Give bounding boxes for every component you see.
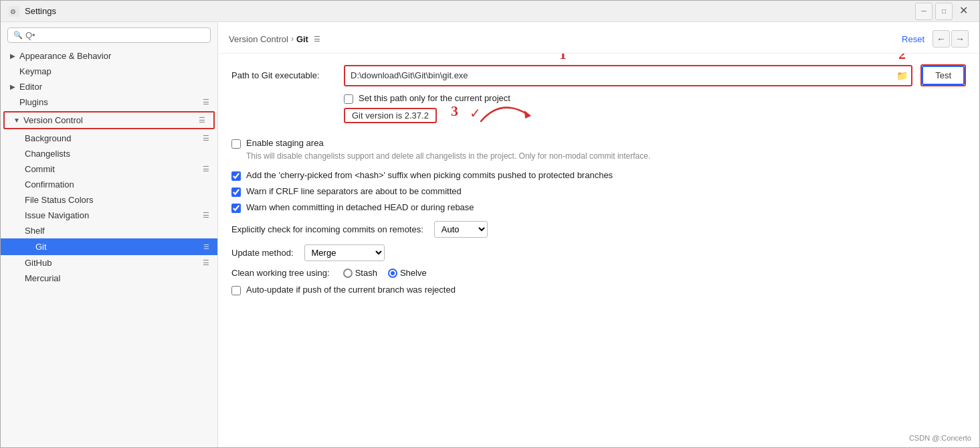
page-icon: ☰ xyxy=(203,134,209,143)
path-label: Path to Git executable: xyxy=(231,70,338,80)
page-icon: ☰ xyxy=(203,243,209,250)
radio-filled-icon xyxy=(388,269,397,278)
clean-tree-row: Clean working tree using: Stash Shelve xyxy=(231,268,966,278)
incoming-commits-row: Explicitly check for incoming commits on… xyxy=(231,221,966,238)
sidebar-item-keymap[interactable]: Keymap xyxy=(1,64,217,79)
sidebar-label: Commit xyxy=(25,164,55,174)
breadcrumb-parent: Version Control xyxy=(229,34,288,44)
auto-update-row: Auto-update if push of the current branc… xyxy=(231,285,966,295)
enable-staging-row: Enable staging area xyxy=(231,138,966,149)
set-path-row: Set this path only for the current proje… xyxy=(344,93,966,104)
auto-update-checkbox[interactable] xyxy=(231,286,241,295)
sidebar-label: Appearance & Behavior xyxy=(19,51,111,61)
sidebar-item-plugins[interactable]: Plugins ☰ xyxy=(1,94,217,110)
sidebar-label: Plugins xyxy=(19,97,48,107)
breadcrumb-current: Git xyxy=(296,34,308,44)
app-icon: ⚙ xyxy=(9,6,19,17)
update-method-select[interactable]: Merge Rebase Branch Default xyxy=(304,244,385,261)
sidebar: 🔍 ▶ Appearance & Behavior Keymap ▶ Edit xyxy=(1,22,218,447)
sidebar-item-appearance[interactable]: ▶ Appearance & Behavior xyxy=(1,48,217,64)
enable-staging-checkbox[interactable] xyxy=(231,139,241,149)
back-button[interactable]: ← xyxy=(933,30,950,48)
sidebar-item-changelists[interactable]: Changelists xyxy=(1,146,217,161)
sidebar-item-commit[interactable]: Commit ☰ xyxy=(1,161,217,177)
crlf-label: Warn if CRLF line separators are about t… xyxy=(246,186,462,196)
search-input[interactable] xyxy=(25,30,205,40)
cherry-pick-label: Add the 'cherry-picked from <hash>' suff… xyxy=(246,170,613,180)
incoming-commits-select[interactable]: Auto Always Never xyxy=(434,221,488,238)
sidebar-label: GitHub xyxy=(25,258,52,268)
sidebar-label: Shelf xyxy=(25,226,45,236)
radio-stash[interactable]: Stash xyxy=(343,268,377,278)
arrow-sketch xyxy=(474,94,555,128)
nav-tree: ▶ Appearance & Behavior Keymap ▶ Editor … xyxy=(1,48,217,447)
page-icon: ☰ xyxy=(203,258,209,267)
expand-icon: ▶ xyxy=(9,52,17,60)
sidebar-label: Mercurial xyxy=(25,273,60,283)
expand-icon: ▶ xyxy=(9,83,17,90)
sidebar-item-confirmation[interactable]: Confirmation xyxy=(1,177,217,192)
minimize-button[interactable]: ─ xyxy=(915,3,933,20)
git-version-text: Git version is 2.37.2 xyxy=(352,110,429,121)
sidebar-label: Confirmation xyxy=(25,179,74,190)
window-title: Settings xyxy=(25,6,56,16)
sidebar-label: Git xyxy=(35,242,47,252)
sidebar-label: Issue Navigation xyxy=(25,210,89,220)
page-icon: ☰ xyxy=(199,116,205,125)
detached-head-row: Warn when committing in detached HEAD or… xyxy=(231,202,966,213)
sidebar-item-editor[interactable]: ▶ Editor xyxy=(1,79,217,94)
update-method-row: Update method: Merge Rebase Branch Defau… xyxy=(231,244,966,261)
folder-button[interactable]: 📁 xyxy=(892,66,911,85)
test-button[interactable]: Test xyxy=(922,66,965,85)
clean-tree-label: Clean working tree using: xyxy=(231,268,330,278)
svg-text:⚙: ⚙ xyxy=(10,8,16,15)
update-method-label: Update method: xyxy=(231,248,294,258)
page-icon: ☰ xyxy=(203,211,209,220)
sidebar-label: Background xyxy=(25,133,71,143)
enable-staging-label: Enable staging area xyxy=(246,138,324,148)
page-icon: ☰ xyxy=(203,165,209,173)
sidebar-item-issue-navigation[interactable]: Issue Navigation ☰ xyxy=(1,208,217,223)
git-version-badge: Git version is 2.37.2 xyxy=(344,108,437,123)
search-icon: 🔍 xyxy=(13,31,23,40)
radio-shelve[interactable]: Shelve xyxy=(388,268,427,278)
nav-arrows: ← → xyxy=(933,30,969,48)
detached-head-checkbox[interactable] xyxy=(231,204,241,213)
sidebar-item-background[interactable]: Background ☰ xyxy=(1,131,217,146)
crlf-row: Warn if CRLF line separators are about t… xyxy=(231,186,966,197)
content-body: Path to Git executable: 📁 Test 1 2 xyxy=(218,54,979,447)
detached-head-label: Warn when committing in detached HEAD or… xyxy=(246,202,474,212)
sidebar-item-version-control[interactable]: ▼ Version Control ☰ xyxy=(5,113,213,128)
sidebar-item-github[interactable]: GitHub ☰ xyxy=(1,255,217,271)
sidebar-item-shelf[interactable]: Shelf xyxy=(1,223,217,238)
breadcrumb-separator: › xyxy=(291,34,294,44)
annotation-2: 2 xyxy=(898,54,906,63)
watermark: CSDN @:Concerto xyxy=(909,434,971,442)
maximize-button[interactable]: □ xyxy=(935,3,953,20)
forward-button[interactable]: → xyxy=(951,30,969,48)
page-icon: ☰ xyxy=(203,98,209,106)
crlf-checkbox[interactable] xyxy=(231,188,241,197)
sidebar-label: Editor xyxy=(19,82,42,92)
git-version-row: Git version is 2.37.2 3 ✓ xyxy=(344,108,966,130)
set-path-checkbox[interactable] xyxy=(344,94,353,104)
close-button[interactable]: ✕ xyxy=(955,3,971,19)
reset-link[interactable]: Reset xyxy=(902,34,924,44)
titlebar: ⚙ Settings ─ □ ✕ xyxy=(1,1,979,22)
expand-icon: ▼ xyxy=(13,117,21,124)
sidebar-item-file-status-colors[interactable]: File Status Colors xyxy=(1,192,217,208)
radio-shelve-label: Shelve xyxy=(400,268,427,278)
path-input[interactable] xyxy=(345,68,888,83)
cherry-pick-row: Add the 'cherry-picked from <hash>' suff… xyxy=(231,170,966,181)
sidebar-label: File Status Colors xyxy=(25,195,94,205)
auto-update-label: Auto-update if push of the current branc… xyxy=(246,285,456,295)
main-content: Version Control › Git ☰ Reset ← → xyxy=(218,22,979,447)
radio-empty-icon xyxy=(343,269,353,278)
radio-group: Stash Shelve xyxy=(343,268,427,278)
cherry-pick-checkbox[interactable] xyxy=(231,171,241,181)
sidebar-label: Version Control xyxy=(23,115,83,125)
sidebar-label: Changelists xyxy=(25,149,70,159)
search-box[interactable]: 🔍 xyxy=(7,27,211,43)
sidebar-item-git[interactable]: Git ☰ xyxy=(1,238,217,255)
sidebar-item-mercurial[interactable]: Mercurial xyxy=(1,271,217,286)
